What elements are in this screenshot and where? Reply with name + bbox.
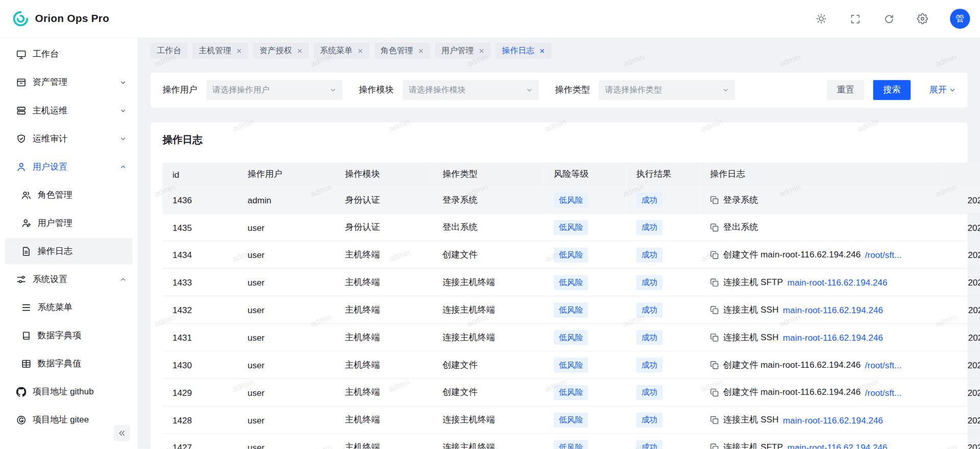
cell-operation-user: user xyxy=(237,406,335,434)
refresh-icon[interactable] xyxy=(882,12,895,25)
copy-icon[interactable] xyxy=(710,278,719,287)
reset-button[interactable]: 重置 xyxy=(827,80,864,100)
sidebar-item-workbench[interactable]: 工作台 xyxy=(5,41,133,67)
log-text: 连接主机 SFTP xyxy=(723,277,783,288)
copy-icon[interactable] xyxy=(710,333,719,342)
log-link[interactable]: main-root-116.62.194.246 xyxy=(783,332,883,342)
result-badge: 成功 xyxy=(636,192,662,207)
operation-module-select[interactable]: 请选择操作模块 xyxy=(402,80,539,100)
cell-operation-user: user xyxy=(237,434,335,449)
cell-operation-module: 主机终端 xyxy=(335,406,433,434)
cell-operation-time: 2024-02-26 11:13:14 xyxy=(941,241,980,269)
chevron-down-icon xyxy=(949,87,955,93)
sidebar-item-label: 数据字典项 xyxy=(37,330,126,341)
operation-user-select[interactable]: 请选择操作用户 xyxy=(206,80,343,100)
sidebar-item-user-management[interactable]: 用户管理 xyxy=(5,210,133,236)
cell-operation-type: 连接主机终端 xyxy=(433,323,544,351)
copy-icon[interactable] xyxy=(710,195,719,204)
tab-close-icon[interactable] xyxy=(357,48,363,54)
cell-operation-log: 连接主机 SSH main-root-116.62.194.246 xyxy=(700,323,941,351)
table-row: 1431 user 主机终端 连接主机终端 低风险 成功 连接主机 SSH ma… xyxy=(162,323,980,351)
fullscreen-icon[interactable] xyxy=(849,12,861,25)
copy-icon[interactable] xyxy=(710,443,719,449)
log-link[interactable]: /root/sft... xyxy=(865,250,901,260)
filter-group-module: 操作模块 请选择操作模块 xyxy=(358,80,538,100)
copy-icon[interactable] xyxy=(710,388,719,396)
log-text: 连接主机 SFTP xyxy=(723,442,783,449)
result-badge: 成功 xyxy=(636,247,662,262)
log-link[interactable]: main-root-116.62.194.246 xyxy=(783,305,883,315)
tab[interactable]: 角色管理 xyxy=(374,42,430,59)
log-text: 连接主机 SSH xyxy=(723,304,779,315)
sidebar-item-label: 运维审计 xyxy=(33,133,120,145)
settings-icon[interactable] xyxy=(916,12,928,25)
cell-exec-result: 成功 xyxy=(626,214,700,241)
cell-operation-user: user xyxy=(237,296,335,323)
sidebar-item-system-settings[interactable]: 系统设置 xyxy=(5,266,133,292)
log-link[interactable]: main-root-116.62.194.246 xyxy=(787,277,888,288)
log-link[interactable]: main-root-116.62.194.246 xyxy=(783,415,883,425)
cell-operation-type: 连接主机终端 xyxy=(433,296,544,323)
log-link[interactable]: main-root-116.62.194.246 xyxy=(787,442,888,449)
chevron-down-icon xyxy=(330,87,336,93)
sidebar-item-github-link[interactable]: 项目地址 github xyxy=(5,379,133,405)
operation-type-select[interactable]: 请选择操作类型 xyxy=(599,80,735,100)
theme-brightness-icon[interactable] xyxy=(815,12,827,25)
tab-close-icon[interactable] xyxy=(479,48,484,54)
cell-operation-type: 连接主机终端 xyxy=(433,269,544,296)
chevron-down-icon xyxy=(120,108,126,114)
log-text: 创建文件 main-root-116.62.194.246 xyxy=(723,387,861,398)
copy-icon[interactable] xyxy=(710,223,719,231)
tab-close-icon[interactable] xyxy=(418,48,424,54)
sidebar-item-role-management[interactable]: 角色管理 xyxy=(5,182,133,208)
tab[interactable]: 资产授权 xyxy=(253,42,309,59)
tab[interactable]: 主机管理 xyxy=(193,42,248,59)
sidebar-collapse-button[interactable] xyxy=(114,425,130,441)
sidebar-item-system-menu[interactable]: 系统菜单 xyxy=(5,294,133,320)
copy-icon[interactable] xyxy=(710,361,719,369)
cell-operation-module: 主机终端 xyxy=(335,323,433,351)
log-text: 登录系统 xyxy=(723,194,758,205)
chevron-down-icon xyxy=(120,136,126,142)
copy-icon[interactable] xyxy=(710,305,719,314)
tab-close-icon[interactable] xyxy=(539,48,545,54)
cell-operation-module: 主机终端 xyxy=(335,434,433,449)
cell-operation-type: 创建文件 xyxy=(433,379,544,406)
table-row: 1427 user 主机终端 连接主机终端 低风险 成功 连接主机 SFTP m… xyxy=(162,434,980,449)
sidebar-item-label: 系统菜单 xyxy=(37,302,126,313)
copy-icon[interactable] xyxy=(710,415,719,424)
filter-bar: 操作用户 请选择操作用户 操作模块 请选择操作模块 操作类型 xyxy=(151,73,968,108)
tab[interactable]: 系统菜单 xyxy=(314,42,369,59)
sidebar-item-dict-items[interactable]: 数据字典项 xyxy=(5,323,133,349)
cell-operation-log: 创建文件 main-root-116.62.194.246 /root/sft.… xyxy=(700,379,941,406)
sidebar-item-asset-management[interactable]: 资产管理 xyxy=(5,69,133,96)
top-header: Orion Ops Pro xyxy=(0,0,980,38)
log-link[interactable]: /root/sft... xyxy=(865,360,901,370)
sidebar-item-label: 项目地址 github xyxy=(33,386,127,397)
sidebar-item-ops-audit[interactable]: 运维审计 xyxy=(5,126,133,152)
asset-box-icon xyxy=(16,78,27,88)
log-link[interactable]: /root/sft... xyxy=(865,387,901,397)
tab[interactable]: 用户管理 xyxy=(435,42,491,59)
cell-operation-time: 2024-02-26 10:58:03 xyxy=(941,434,980,449)
cell-operation-user: user xyxy=(237,269,335,296)
sidebar-item-operation-log[interactable]: 操作日志 xyxy=(5,238,133,264)
tab[interactable]: 工作台 xyxy=(151,42,187,59)
sidebar-item-user-settings[interactable]: 用户设置 xyxy=(5,154,133,180)
cell-operation-module: 主机终端 xyxy=(335,296,433,323)
cell-id: 1427 xyxy=(162,434,237,449)
result-badge: 成功 xyxy=(636,330,662,345)
tab-close-icon[interactable] xyxy=(297,48,302,54)
tab[interactable]: 操作日志 xyxy=(496,42,552,59)
sidebar-item-dict-values[interactable]: 数据字典值 xyxy=(5,351,133,377)
user-avatar[interactable]: 管 xyxy=(950,9,970,29)
sidebar-item-host-ops[interactable]: 主机运维 xyxy=(5,98,133,124)
expand-toggle[interactable]: 展开 xyxy=(929,84,955,96)
copy-icon[interactable] xyxy=(710,250,719,259)
cell-operation-module: 主机终端 xyxy=(335,241,433,269)
search-button[interactable]: 搜索 xyxy=(873,80,911,100)
tab-close-icon[interactable] xyxy=(236,48,242,54)
cell-operation-time: 2024-02-26 11:11:40 xyxy=(941,296,980,323)
table-header-row: id操作用户操作模块操作类型风险等级执行结果操作日志操作时间操作 xyxy=(162,162,980,186)
cell-risk-level: 低风险 xyxy=(544,379,627,406)
